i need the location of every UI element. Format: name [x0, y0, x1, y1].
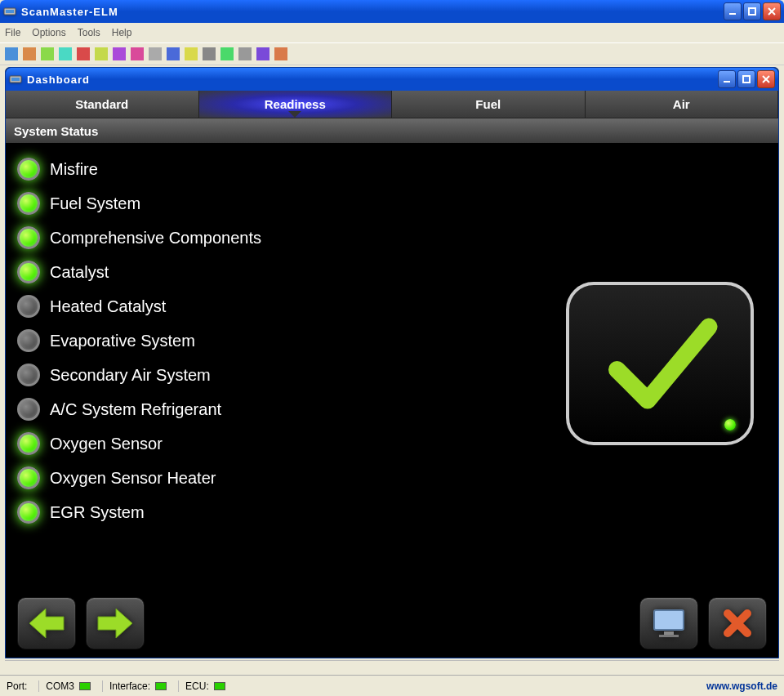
led-on-icon [17, 432, 40, 455]
status-item: Oxygen Sensor Heater [17, 466, 767, 489]
tab-standard[interactable]: Standard [6, 91, 199, 118]
cancel-button[interactable] [708, 597, 767, 649]
toolbar-icon[interactable] [256, 47, 270, 60]
arrow-right-icon [96, 607, 134, 640]
svg-rect-16 [185, 47, 198, 60]
vendor-link[interactable]: www.wgsoft.de [706, 680, 777, 692]
status-label: Heated Catalyst [50, 297, 166, 316]
dashboard-maximize-button[interactable] [737, 70, 755, 88]
readiness-check-tile [566, 282, 754, 445]
toolbar-icon[interactable] [95, 47, 108, 60]
toolbar-icon[interactable] [23, 47, 36, 60]
app-icon [3, 5, 16, 18]
toolbar-icon[interactable] [185, 47, 198, 60]
status-label: Fuel System [50, 194, 140, 213]
status-label: Oxygen Sensor [50, 435, 163, 453]
status-item: Comprehensive Components [17, 226, 767, 249]
scrollbar[interactable] [5, 660, 779, 675]
status-dot-icon [724, 419, 736, 431]
toolbar-icon[interactable] [131, 47, 144, 60]
dashboard-titlebar: Dashboard [6, 68, 778, 91]
svg-rect-7 [23, 47, 36, 60]
svg-rect-28 [654, 610, 684, 630]
svg-rect-15 [167, 47, 180, 60]
toolbar-icon[interactable] [113, 47, 126, 60]
led-off-icon [17, 398, 40, 421]
toolbar-icon[interactable] [77, 47, 90, 60]
menubar: File Options Tools Help [0, 23, 784, 42]
status-label: Secondary Air System [50, 366, 211, 385]
tab-readiness[interactable]: Readiness [199, 91, 393, 118]
toolbar-icon[interactable] [203, 47, 216, 60]
menu-options[interactable]: Options [32, 27, 65, 38]
toolbar-icon[interactable] [167, 47, 180, 60]
ecu-label: ECU: [185, 680, 209, 692]
led-on-icon [17, 501, 40, 524]
svg-rect-14 [149, 47, 162, 60]
svg-rect-11 [95, 47, 108, 60]
svg-rect-23 [11, 78, 20, 81]
toolbar-icon[interactable] [5, 47, 18, 60]
prev-button[interactable] [17, 597, 76, 649]
x-icon [721, 607, 754, 640]
svg-rect-3 [749, 8, 755, 15]
svg-rect-6 [5, 47, 18, 60]
port-status-icon [79, 682, 91, 690]
status-label: Oxygen Sensor Heater [50, 469, 216, 488]
status-label: Comprehensive Components [50, 229, 261, 248]
minimize-button[interactable] [724, 2, 742, 20]
toolbar-icon[interactable] [59, 47, 72, 60]
status-item: Catalyst [17, 261, 767, 283]
led-off-icon [17, 364, 40, 386]
section-header: System Status [6, 118, 778, 143]
status-item: EGR System [17, 501, 767, 524]
led-on-icon [17, 192, 40, 215]
toolbar-icon[interactable] [238, 47, 252, 60]
tab-fuel[interactable]: Fuel [392, 91, 586, 118]
ecu-status-icon [214, 682, 225, 690]
menu-file[interactable]: File [5, 27, 20, 38]
status-item: Misfire [17, 158, 767, 181]
monitor-icon [651, 607, 687, 640]
dashboard-icon [9, 73, 22, 86]
svg-rect-1 [6, 10, 14, 13]
dashboard-title: Dashboard [27, 74, 718, 86]
close-button[interactable] [763, 2, 781, 20]
svg-rect-13 [131, 47, 144, 60]
svg-rect-18 [220, 47, 234, 60]
port-value: COM3 [46, 680, 74, 692]
app-titlebar: ScanMaster-ELM [0, 0, 784, 23]
menu-help[interactable]: Help [112, 27, 132, 38]
menu-tools[interactable]: Tools [78, 27, 100, 38]
status-item: Fuel System [17, 192, 767, 215]
svg-rect-8 [41, 47, 54, 60]
arrow-left-icon [28, 607, 65, 640]
toolbar-icon[interactable] [149, 47, 162, 60]
svg-rect-21 [274, 47, 287, 60]
svg-rect-9 [59, 47, 72, 60]
svg-rect-30 [659, 635, 679, 637]
svg-rect-20 [256, 47, 270, 60]
svg-rect-17 [203, 47, 216, 60]
led-off-icon [17, 329, 40, 352]
maximize-button[interactable] [743, 2, 761, 20]
port-label: Port: [7, 680, 27, 692]
status-label: Evaporative System [50, 332, 195, 350]
dashboard-close-button[interactable] [757, 70, 775, 88]
toolbar-icon[interactable] [41, 47, 54, 60]
dashboard-minimize-button[interactable] [718, 70, 736, 88]
svg-rect-25 [743, 76, 750, 83]
toolbar-icon[interactable] [274, 47, 287, 60]
app-title: ScanMaster-ELM [21, 6, 724, 18]
tabbar: Standard Readiness Fuel Air [6, 91, 778, 118]
content: MisfireFuel SystemComprehensive Componen… [6, 143, 778, 658]
led-on-icon [17, 261, 40, 283]
led-off-icon [17, 295, 40, 318]
toolbar-icon[interactable] [220, 47, 234, 60]
led-on-icon [17, 226, 40, 249]
tab-air[interactable]: Air [586, 91, 779, 118]
interface-status-icon [155, 682, 167, 690]
next-button[interactable] [86, 597, 145, 649]
status-label: Catalyst [50, 263, 109, 282]
display-button[interactable] [639, 597, 698, 649]
